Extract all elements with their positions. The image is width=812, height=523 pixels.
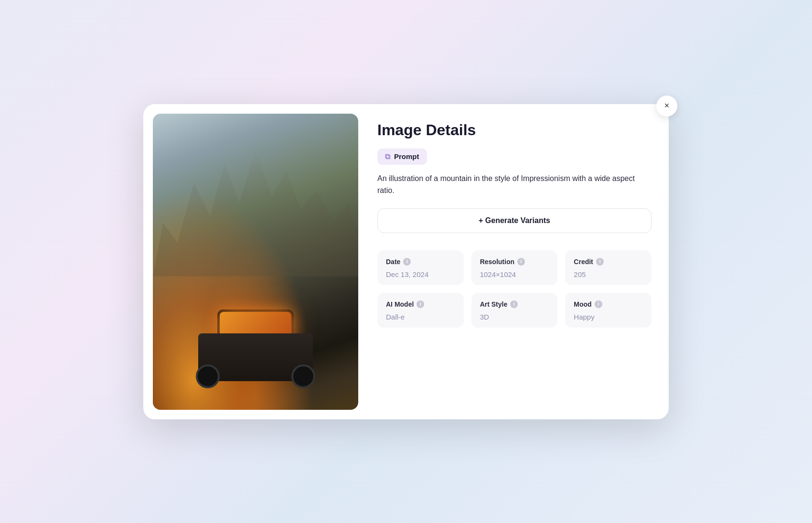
detail-label: Resolution: [480, 258, 514, 266]
detail-label: AI Model: [386, 300, 414, 308]
detail-card-header: Resolutioni: [480, 258, 549, 266]
prompt-icon: ⧉: [385, 152, 390, 161]
detail-card-header: Datei: [386, 258, 455, 266]
image-details-modal: × Image Details ⧉ Prompt An illustration…: [143, 104, 669, 419]
generated-image: [153, 114, 358, 410]
modal-title: Image Details: [377, 121, 652, 139]
info-icon: i: [417, 300, 424, 308]
detail-card-header: Moodi: [574, 300, 643, 308]
detail-value: Happy: [574, 313, 643, 321]
generate-variants-label: + Generate Variants: [479, 216, 550, 225]
detail-card-header: Art Stylei: [480, 300, 549, 308]
car-wheel-left: [196, 364, 220, 388]
detail-card-header: AI Modeli: [386, 300, 455, 308]
detail-card-art-style: Art Stylei3D: [471, 293, 558, 328]
detail-value: Dall-e: [386, 313, 455, 321]
image-panel: [143, 104, 368, 419]
prompt-badge: ⧉ Prompt: [377, 149, 427, 165]
detail-value: Dec 13, 2024: [386, 270, 455, 278]
detail-label: Date: [386, 258, 400, 266]
prompt-description: An illustration of a mountain in the sty…: [377, 172, 652, 197]
detail-card-ai-model: AI ModeliDall-e: [377, 293, 464, 328]
close-button[interactable]: ×: [656, 96, 677, 117]
detail-card-header: Crediti: [574, 258, 643, 266]
detail-card-credit: Crediti205: [565, 250, 652, 285]
details-grid: DateiDec 13, 2024Resolutioni1024×1024Cre…: [377, 250, 652, 328]
detail-value: 3D: [480, 313, 549, 321]
info-icon: i: [510, 300, 518, 308]
car-wheel-right: [291, 364, 315, 388]
detail-label: Art Style: [480, 300, 508, 308]
car-illustration: [189, 305, 322, 381]
info-icon: i: [403, 258, 411, 266]
detail-value: 205: [574, 270, 643, 278]
details-panel: Image Details ⧉ Prompt An illustration o…: [368, 104, 669, 419]
info-icon: i: [595, 300, 602, 308]
close-icon: ×: [664, 101, 670, 111]
generate-variants-button[interactable]: + Generate Variants: [377, 208, 652, 233]
prompt-badge-label: Prompt: [394, 152, 419, 160]
detail-label: Credit: [574, 258, 593, 266]
info-icon: i: [517, 258, 525, 266]
detail-label: Mood: [574, 300, 591, 308]
detail-card-mood: MoodiHappy: [565, 293, 652, 328]
detail-value: 1024×1024: [480, 270, 549, 278]
detail-card-resolution: Resolutioni1024×1024: [471, 250, 558, 285]
detail-card-date: DateiDec 13, 2024: [377, 250, 464, 285]
info-icon: i: [596, 258, 604, 266]
